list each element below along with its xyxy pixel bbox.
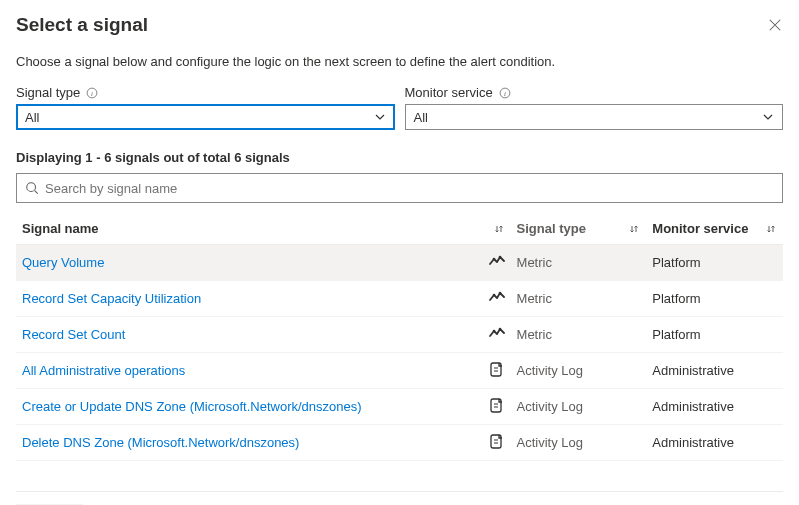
metric-icon <box>489 325 505 341</box>
table-row[interactable]: Create or Update DNS Zone (Microsoft.Net… <box>16 389 783 425</box>
signal-type-cell: Metric <box>511 245 647 281</box>
page-title: Select a signal <box>16 14 148 36</box>
column-header-name[interactable]: Signal name <box>16 213 511 245</box>
column-header-type[interactable]: Signal type <box>511 213 647 245</box>
signal-type-cell: Metric <box>511 317 647 353</box>
sort-icon <box>628 223 640 235</box>
monitor-service-dropdown[interactable]: All <box>405 104 784 130</box>
signal-name-link[interactable]: Delete DNS Zone (Microsoft.Network/dnszo… <box>22 435 299 450</box>
signal-type-value: All <box>25 110 39 125</box>
metric-icon <box>489 253 505 269</box>
chevron-down-icon <box>374 111 386 123</box>
activity-log-icon <box>489 433 505 449</box>
result-count-text: Displaying 1 - 6 signals out of total 6 … <box>16 150 783 165</box>
signal-name-link[interactable]: Query Volume <box>22 255 104 270</box>
chevron-down-icon <box>762 111 774 123</box>
info-icon[interactable]: i <box>499 87 511 99</box>
sort-icon <box>493 223 505 235</box>
signal-type-cell: Activity Log <box>511 389 647 425</box>
info-icon[interactable]: i <box>86 87 98 99</box>
column-header-monitor-label: Monitor service <box>652 221 748 236</box>
monitor-service-cell: Platform <box>646 245 783 281</box>
column-header-name-label: Signal name <box>22 221 99 236</box>
monitor-service-label: Monitor service <box>405 85 493 100</box>
search-box[interactable] <box>16 173 783 203</box>
table-row[interactable]: All Administrative operationsActivity Lo… <box>16 353 783 389</box>
signal-name-link[interactable]: Record Set Capacity Utilization <box>22 291 201 306</box>
svg-text:i: i <box>504 89 506 96</box>
svg-point-8 <box>498 292 501 295</box>
signal-type-dropdown[interactable]: All <box>16 104 395 130</box>
svg-point-4 <box>27 183 36 192</box>
close-button[interactable] <box>767 17 783 33</box>
signal-name-link[interactable]: Record Set Count <box>22 327 125 342</box>
monitor-service-cell: Administrative <box>646 389 783 425</box>
signal-name-link[interactable]: All Administrative operations <box>22 363 185 378</box>
svg-point-7 <box>492 294 495 297</box>
svg-point-9 <box>492 330 495 333</box>
svg-point-6 <box>498 256 501 259</box>
table-row[interactable]: Delete DNS Zone (Microsoft.Network/dnszo… <box>16 425 783 461</box>
signal-type-cell: Metric <box>511 281 647 317</box>
svg-text:i: i <box>91 89 93 96</box>
table-row[interactable]: Record Set CountMetricPlatform <box>16 317 783 353</box>
search-input[interactable] <box>45 181 774 196</box>
close-icon <box>768 18 782 32</box>
sort-icon <box>765 223 777 235</box>
metric-icon <box>489 289 505 305</box>
column-header-monitor[interactable]: Monitor service <box>646 213 783 245</box>
signal-type-label: Signal type <box>16 85 80 100</box>
column-header-type-label: Signal type <box>517 221 586 236</box>
table-row[interactable]: Query VolumeMetricPlatform <box>16 245 783 281</box>
monitor-service-cell: Platform <box>646 317 783 353</box>
activity-log-icon <box>489 361 505 377</box>
subtitle-text: Choose a signal below and configure the … <box>16 54 783 69</box>
monitor-service-cell: Administrative <box>646 353 783 389</box>
monitor-service-cell: Administrative <box>646 425 783 461</box>
signals-table: Signal name Signal type Monitor service <box>16 213 783 461</box>
signal-type-cell: Activity Log <box>511 425 647 461</box>
svg-point-10 <box>498 328 501 331</box>
table-row[interactable]: Record Set Capacity UtilizationMetricPla… <box>16 281 783 317</box>
signal-name-link[interactable]: Create or Update DNS Zone (Microsoft.Net… <box>22 399 362 414</box>
search-icon <box>25 181 39 195</box>
activity-log-icon <box>489 397 505 413</box>
svg-point-5 <box>492 258 495 261</box>
signal-type-cell: Activity Log <box>511 353 647 389</box>
monitor-service-cell: Platform <box>646 281 783 317</box>
monitor-service-value: All <box>414 110 428 125</box>
